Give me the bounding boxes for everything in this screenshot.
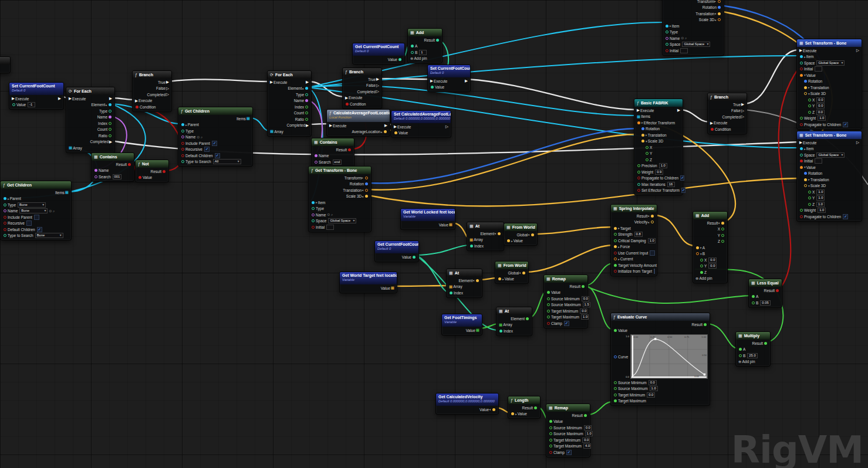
clamp-checkbox[interactable]: ✓ (566, 450, 572, 455)
result-out-pin[interactable] (651, 215, 654, 218)
node-set-currentfootcount-1[interactable]: Set CurrentFootCountDefault 0▶Execute▶Va… (9, 82, 64, 110)
execute-in-pin[interactable]: ▶ (430, 79, 433, 83)
weight-in-pin[interactable] (800, 117, 803, 120)
false-out-pin[interactable]: ▷ (741, 109, 744, 113)
target-maximum-in-pin[interactable] (549, 445, 552, 447)
result-out-pin[interactable] (776, 289, 779, 292)
node-get-transform-bone-top[interactable]: ƒGet Transform - BoneTransform▸RotationT… (662, 0, 724, 56)
strength-in-pin[interactable] (614, 233, 617, 236)
count-out-pin[interactable] (109, 128, 112, 131)
space-in-pin[interactable] (800, 62, 803, 65)
node-clipped-node[interactable]: 000 (0, 56, 11, 73)
node-header[interactable]: ƒBasic FABRIK (634, 99, 683, 107)
result-out-pin[interactable] (721, 222, 724, 225)
y-value[interactable]: 1.0 (816, 195, 825, 201)
search-value[interactable]: end (333, 160, 342, 165)
items-out-pin[interactable]: ▦ (246, 117, 250, 120)
translation-out-pin[interactable] (718, 12, 721, 15)
translation-in-pin[interactable] (804, 178, 807, 181)
type-in-pin[interactable] (4, 204, 6, 206)
result-out-pin[interactable] (436, 39, 439, 42)
result-out-pin[interactable] (584, 414, 587, 417)
execute-in-pin[interactable]: ▶ (329, 124, 332, 127)
node-header[interactable] (0, 57, 10, 65)
expander-icon[interactable]: ▸ (515, 412, 517, 416)
node-multiply[interactable]: ▦MultiplyResultAB25.0⊕Add pin (735, 331, 771, 367)
execute-in-pin[interactable]: ▶ (637, 108, 640, 112)
value-out-pin[interactable]: ▦ (476, 328, 479, 332)
expander-icon[interactable]: ▸ (646, 133, 647, 137)
execute-in-pin[interactable]: ▶ (394, 125, 397, 128)
name-in-pin[interactable] (666, 37, 668, 40)
scale-3d-out-pin[interactable] (365, 195, 368, 198)
execute-out-pin[interactable]: ▷ (445, 125, 448, 128)
b-in-pin[interactable] (696, 252, 699, 255)
type-to-search-value[interactable]: All▾ (213, 159, 241, 164)
critical-damping-value[interactable]: 1.0 (648, 238, 656, 243)
expander-icon[interactable]: ▾ (808, 184, 810, 188)
b-in-pin[interactable] (752, 301, 755, 304)
index-out-pin[interactable] (109, 122, 112, 125)
true-out-pin[interactable]: ▶ (166, 80, 169, 84)
precision-value[interactable]: 1.0 (659, 163, 667, 168)
node-length[interactable]: ƒLengthResult▸Value (508, 396, 541, 419)
target-velocity-amount-in-pin[interactable] (614, 264, 617, 267)
ratio-out-pin[interactable] (109, 134, 112, 137)
b-value[interactable]: 0.05 (760, 300, 770, 306)
node-get-world-locked-feet-locations[interactable]: Get World Locked feet locationsVariableV… (400, 208, 455, 230)
expander-icon[interactable]: ◂ (105, 103, 107, 107)
completed-out-pin[interactable]: ▶ (306, 124, 309, 127)
initial-in-pin[interactable] (800, 67, 803, 70)
b-in-pin[interactable] (411, 51, 414, 54)
node-get-world-target-feet-locations[interactable]: Get World Target feet locationsVariableV… (339, 272, 397, 293)
value-in-pin[interactable] (139, 176, 141, 179)
expander-icon[interactable]: ▸ (804, 55, 806, 59)
condition-in-pin[interactable] (346, 103, 349, 106)
target-maximum-in-pin[interactable] (547, 316, 550, 318)
node-header[interactable]: Get World Locked feet locationsVariable (401, 209, 455, 221)
a-in-pin[interactable] (739, 348, 742, 351)
node-header[interactable]: ƒEvaluate Curve (611, 313, 710, 321)
scale-3d-out-pin[interactable] (718, 18, 721, 21)
node-branch-3[interactable]: ƒBranchTrue▶False▷Completed▷▶ExecuteCond… (707, 93, 747, 134)
clamp-checkbox[interactable]: ✓ (564, 321, 569, 326)
execute-out-pin[interactable]: ▶ (306, 80, 309, 84)
expander-icon[interactable]: ▾ (646, 140, 647, 143)
target-minimum-in-pin[interactable] (549, 439, 552, 442)
max-iterations-in-pin[interactable] (637, 183, 640, 186)
node-not-1[interactable]: ƒNotResultValue (135, 160, 169, 182)
index-in-pin[interactable] (450, 291, 452, 294)
initial-in-pin[interactable] (666, 49, 668, 52)
type-to-search-in-pin[interactable] (181, 160, 184, 163)
weight-in-pin[interactable] (637, 171, 640, 174)
element-out-pin[interactable] (498, 232, 501, 235)
node-header[interactable]: ▦Remap (544, 275, 587, 283)
node-header[interactable]: ▦Spring Interpolate (611, 205, 657, 212)
global-out-pin[interactable] (531, 233, 534, 236)
source-minimum-value[interactable]: 0.0 (584, 425, 592, 430)
name-picker-icons[interactable]: ⊙ ⌕ (49, 209, 55, 213)
scale-3d-in-pin[interactable] (804, 92, 807, 95)
add-pin-icon[interactable]: ⊕ (410, 57, 413, 60)
execute-in-pin[interactable]: ▶ (270, 80, 273, 84)
initial-in-pin[interactable] (312, 226, 315, 229)
node-branch-1[interactable]: ƒBranchTrue▶False▷Completed▷▶ExecuteCond… (132, 70, 172, 112)
node-basic-fabrik[interactable]: ƒBasic FABRIK▶Execute▶▦Items▸Effector Tr… (634, 99, 683, 195)
node-header[interactable]: ƒNot (136, 160, 168, 168)
execute-out-pin[interactable]: ▶ (677, 108, 680, 112)
execute-out-pin[interactable]: ▷ (856, 49, 859, 52)
type-value[interactable]: Bone▾ (18, 202, 46, 208)
translation-out-pin[interactable] (365, 189, 368, 192)
y-value[interactable]: 0.0 (816, 103, 825, 108)
expander-icon[interactable]: ◂ (718, 221, 720, 225)
node-header[interactable]: ▦Set Transform - Bone (797, 131, 862, 139)
node-set-currentfootcount-2[interactable]: Set CurrentFootCountDefault 0▶Execute▶Va… (427, 65, 471, 92)
default-children-checkbox[interactable]: ✓ (37, 227, 42, 232)
default-children-in-pin[interactable] (181, 154, 184, 157)
initialize-from-target-checkbox[interactable] (654, 269, 655, 274)
source-maximum-value[interactable]: 1.0 (650, 386, 658, 391)
expander-icon[interactable]: ◂ (489, 408, 491, 411)
use-current-input-in-pin[interactable] (614, 252, 617, 255)
node-remap-1[interactable]: ▦RemapResultValueSource Minimum0.0Source… (543, 274, 588, 328)
node-header[interactable]: Get CurrentFootCountDefault 0 (353, 43, 404, 56)
